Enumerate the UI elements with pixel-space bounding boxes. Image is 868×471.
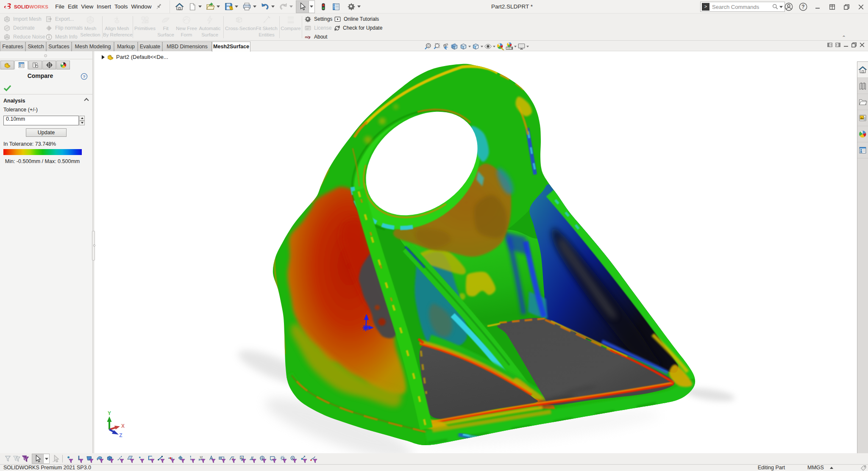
menu-view[interactable]: View	[79, 0, 95, 14]
pm-help-icon[interactable]	[81, 73, 88, 80]
redo-button[interactable]	[278, 1, 289, 13]
filter-solid-bodies-icon[interactable]	[106, 454, 115, 463]
toggle-selection-filters-icon[interactable]	[3, 454, 12, 463]
pin-menu-icon[interactable]	[155, 3, 165, 10]
open-button[interactable]	[205, 1, 216, 13]
analysis-group-header[interactable]: Analysis	[3, 98, 25, 104]
doc-close-button[interactable]	[860, 42, 865, 47]
ribbon-about[interactable]: About	[304, 33, 327, 41]
user-account-icon[interactable]	[782, 0, 796, 14]
ribbon-cross-section[interactable]: Cross-Section	[225, 14, 253, 32]
tab-mbd-dimensions[interactable]: MBD Dimensions	[162, 42, 212, 51]
select-cursor-button[interactable]	[296, 1, 309, 13]
zoom-to-fit-icon[interactable]	[424, 42, 432, 50]
view-settings-icon[interactable]	[517, 42, 529, 50]
tab-features[interactable]: Features	[0, 42, 25, 51]
filter-weld-symbols-icon[interactable]	[248, 454, 257, 463]
tab-property-manager[interactable]	[14, 61, 28, 69]
ribbon-compare[interactable]: Compare	[277, 14, 305, 32]
new-document-dropdown[interactable]	[198, 1, 203, 13]
filter-connection-points-icon[interactable]	[299, 454, 308, 463]
spinner-up-button[interactable]	[79, 116, 85, 121]
display-style-icon[interactable]	[472, 42, 483, 50]
spinner-down-button[interactable]	[79, 121, 85, 126]
search-icon[interactable]	[772, 3, 779, 10]
print-button[interactable]	[242, 1, 252, 13]
taskpane-home[interactable]	[857, 62, 868, 78]
save-dropdown[interactable]	[234, 1, 239, 13]
tile-windows-button[interactable]	[825, 0, 839, 14]
tab-surfaces[interactable]: Surfaces	[46, 42, 72, 51]
ribbon-settings[interactable]: Settings	[304, 15, 332, 23]
menu-edit[interactable]: Edit	[66, 0, 79, 14]
bb-select-cursor-button[interactable]	[32, 454, 44, 463]
status-units-text[interactable]: MMGS	[807, 465, 824, 471]
close-button[interactable]	[854, 0, 868, 14]
search-input[interactable]: Search Commands	[712, 4, 772, 10]
ribbon-online-tutorials[interactable]: Online Tutorials	[334, 15, 379, 23]
filter-geometric-tolerances-icon[interactable]	[218, 454, 227, 463]
filter-surface-finish-icon[interactable]	[208, 454, 217, 463]
tag-icon[interactable]	[860, 465, 867, 471]
undo-button[interactable]	[260, 1, 270, 13]
filter-faces-icon[interactable]	[86, 454, 95, 463]
tab-evaluate[interactable]: Evaluate	[138, 42, 162, 51]
taskpane-view-palette[interactable]	[857, 110, 868, 126]
taskpane-file-explorer[interactable]	[857, 94, 868, 110]
help-icon[interactable]	[796, 0, 810, 14]
filter-notes-icon[interactable]	[228, 454, 237, 463]
menu-insert[interactable]: Insert	[95, 0, 113, 14]
panel-splitter-grip[interactable]	[92, 231, 95, 260]
tab-display-manager[interactable]	[56, 61, 70, 69]
ribbon-license[interactable]: License	[304, 24, 331, 32]
rebuild-stoplight-button[interactable]	[318, 1, 328, 13]
filter-axes-icon[interactable]	[116, 454, 125, 463]
menu-window[interactable]: Window	[130, 0, 153, 14]
tolerance-input[interactable]: 0.10mm	[3, 116, 79, 125]
filter-routing-points-icon[interactable]	[309, 454, 318, 463]
previous-view-icon[interactable]	[442, 42, 450, 50]
filter-vertices-icon[interactable]	[65, 454, 74, 463]
doc-dock-right-button[interactable]	[835, 42, 840, 47]
ribbon-reduce-noise[interactable]: Reduce Noise	[3, 33, 45, 41]
redo-dropdown[interactable]	[289, 1, 294, 13]
filter-centerlines-icon[interactable]	[187, 454, 196, 463]
update-button[interactable]: Update	[26, 128, 67, 137]
ribbon-import-mesh[interactable]: Import Mesh	[3, 15, 42, 23]
analysis-collapse-caret[interactable]	[84, 98, 89, 103]
pm-ok-check-icon[interactable]	[3, 84, 11, 92]
tab-mesh2surface[interactable]: Mesh2Surface	[212, 42, 250, 52]
hide-show-items-icon[interactable]	[484, 42, 495, 50]
filter-blocks-icon[interactable]	[269, 454, 278, 463]
save-button[interactable]	[223, 1, 234, 13]
view-orientation-icon[interactable]	[459, 42, 471, 50]
filter-points-icon[interactable]	[136, 454, 145, 463]
print-dropdown[interactable]	[252, 1, 258, 13]
zoom-to-area-icon[interactable]	[433, 42, 441, 50]
origin-marker[interactable]	[363, 314, 374, 331]
minimize-button[interactable]	[810, 0, 825, 14]
filter-sketches-icon[interactable]	[147, 454, 156, 463]
bb-select-dropdown[interactable]	[44, 453, 49, 465]
viewport-3d-model[interactable]: YXZ	[94, 51, 857, 453]
taskpane-design-library[interactable]	[857, 78, 868, 94]
filter-cosmetic-threads-icon[interactable]	[279, 454, 288, 463]
graphics-viewport[interactable]: YXZ Part2 (Default<<De...	[94, 51, 857, 453]
filter-datum-targets-icon[interactable]	[259, 454, 267, 463]
tab-feature-manager[interactable]	[0, 61, 14, 69]
open-dropdown[interactable]	[216, 1, 221, 13]
panel-resize-grip[interactable]	[44, 54, 47, 57]
doc-restore-button[interactable]	[851, 42, 857, 47]
file-properties-button[interactable]	[331, 1, 341, 13]
doc-dock-left-button[interactable]	[827, 42, 832, 47]
tree-root-label[interactable]: Part2 (Default<<De...	[116, 54, 168, 60]
section-view-icon[interactable]	[451, 42, 459, 50]
restore-button[interactable]	[839, 0, 854, 14]
lasso-select-icon[interactable]	[51, 454, 60, 463]
hide-all-filters-icon[interactable]	[12, 454, 21, 463]
units-caret-icon[interactable]	[830, 467, 833, 469]
undo-dropdown[interactable]	[270, 1, 276, 13]
options-gear-button[interactable]	[346, 1, 356, 13]
taskpane-appearances-scenes[interactable]	[857, 126, 868, 142]
edit-appearance-icon[interactable]	[496, 42, 504, 50]
